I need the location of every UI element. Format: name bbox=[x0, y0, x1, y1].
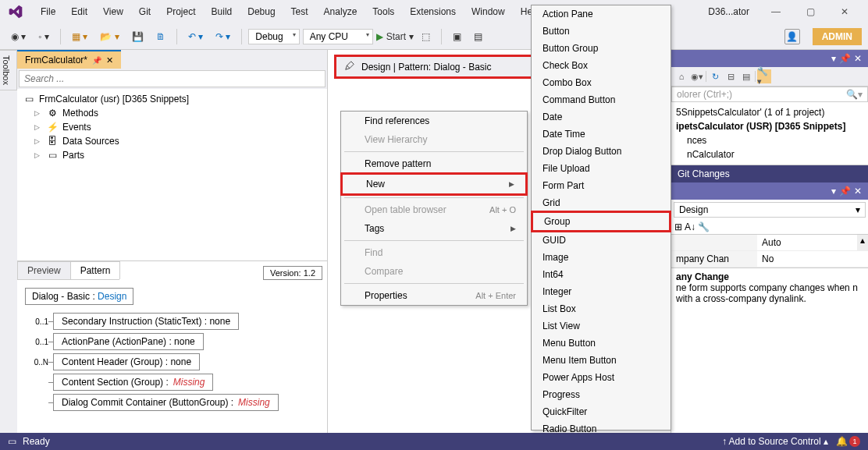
submenu-item-radio-button[interactable]: Radio Button bbox=[532, 420, 671, 438]
submenu-item-command-button[interactable]: Command Button bbox=[532, 91, 671, 108]
pin-icon[interactable]: 📌 bbox=[92, 56, 101, 65]
tree-root[interactable]: ▭ FrmCalculator (usr) [D365 Snippets] bbox=[17, 92, 327, 106]
undo-button[interactable]: ↶ ▾ bbox=[183, 29, 208, 44]
refresh-icon[interactable]: ↻ bbox=[708, 69, 722, 83]
submenu-item-button-group[interactable]: Button Group bbox=[532, 40, 671, 57]
show-all-icon[interactable]: ▤ bbox=[739, 69, 753, 83]
pattern-node[interactable]: Content Section (Group) :Missing bbox=[53, 374, 213, 391]
wrench-icon[interactable]: 🔧 bbox=[698, 221, 710, 232]
git-changes-header[interactable]: Git Changes bbox=[671, 165, 868, 182]
platform-dropdown[interactable]: Any CPU bbox=[303, 29, 373, 44]
panel-close-icon[interactable]: ✕ bbox=[854, 186, 862, 197]
ctx-properties[interactable]: PropertiesAlt + Enter bbox=[341, 286, 527, 305]
panel-pin-icon[interactable]: 📌 bbox=[839, 53, 851, 64]
pattern-node[interactable]: ActionPane (ActionPane) : none bbox=[53, 333, 204, 350]
expander-icon[interactable]: ▷ bbox=[34, 109, 42, 117]
ctx-remove-pattern[interactable]: Remove pattern bbox=[341, 154, 527, 173]
start-button[interactable]: ▶Start ▾ bbox=[376, 31, 414, 42]
submenu-item-integer[interactable]: Integer bbox=[532, 283, 671, 300]
submenu-item-button[interactable]: Button bbox=[532, 23, 671, 40]
properties-object-dropdown[interactable]: Design▾ bbox=[674, 202, 866, 218]
menu-tools[interactable]: Tools bbox=[365, 3, 402, 20]
config-dropdown[interactable]: Debug bbox=[248, 29, 299, 44]
submenu-item-list-box[interactable]: List Box bbox=[532, 300, 671, 317]
submenu-item-file-upload[interactable]: File Upload bbox=[532, 160, 671, 177]
new-project-button[interactable]: ▦ ▾ bbox=[67, 29, 92, 44]
pattern-node[interactable]: Content Header (Group) : none bbox=[53, 353, 200, 370]
submenu-item-date-time[interactable]: Date Time bbox=[532, 126, 671, 143]
solution-row[interactable]: ipetsCalculator (USR) [D365 Snippets] bbox=[676, 119, 863, 133]
submenu-item-combo-box[interactable]: Combo Box bbox=[532, 74, 671, 91]
panel-close-icon[interactable]: ✕ bbox=[854, 53, 862, 64]
menu-analyze[interactable]: Analyze bbox=[316, 3, 365, 20]
toggle-icon[interactable]: ◉▾ bbox=[690, 69, 704, 83]
menu-view[interactable]: View bbox=[95, 3, 131, 20]
collapse-icon[interactable]: ⊟ bbox=[724, 69, 738, 83]
close-button[interactable]: ✕ bbox=[829, 2, 860, 21]
menu-project[interactable]: Project bbox=[158, 3, 203, 20]
submenu-item-power-apps-host[interactable]: Power Apps Host bbox=[532, 369, 671, 386]
property-row[interactable]: mpany ChanNo bbox=[671, 251, 868, 268]
tool-extra-3[interactable]: ▤ bbox=[469, 29, 487, 44]
solution-row[interactable]: nCalculator bbox=[676, 147, 863, 161]
submenu-item-grid[interactable]: Grid bbox=[532, 194, 671, 211]
panel-dropdown-icon[interactable]: ▾ bbox=[831, 53, 836, 64]
menu-edit[interactable]: Edit bbox=[63, 3, 95, 20]
solution-row[interactable]: 5SnippetsCalculator' (1 of 1 project) bbox=[676, 105, 863, 119]
submenu-item-group[interactable]: Group bbox=[531, 211, 671, 232]
notifications-button[interactable]: 🔔1 bbox=[836, 436, 860, 447]
submenu-item-guid[interactable]: GUID bbox=[532, 232, 671, 249]
ctx-new[interactable]: New▶ bbox=[340, 172, 528, 196]
redo-button[interactable]: ↷ ▾ bbox=[211, 29, 235, 44]
ctx-find-references[interactable]: Find references bbox=[341, 112, 527, 130]
submenu-item-form-part[interactable]: Form Part bbox=[532, 177, 671, 194]
tree-parts[interactable]: ▷▭Parts bbox=[17, 148, 327, 162]
tree-events[interactable]: ▷⚡Events bbox=[17, 120, 327, 134]
menu-file[interactable]: File bbox=[33, 3, 63, 20]
add-source-control-button[interactable]: ↑ Add to Source Control ▴ bbox=[722, 436, 828, 447]
maximize-button[interactable]: ▢ bbox=[795, 2, 826, 21]
menu-test[interactable]: Test bbox=[283, 3, 316, 20]
open-button[interactable]: 📂 ▾ bbox=[95, 29, 123, 44]
submenu-item-quickfilter[interactable]: QuickFilter bbox=[532, 403, 671, 420]
nav-back-button[interactable]: ◉ ▾ bbox=[6, 29, 30, 44]
save-button[interactable]: 💾 bbox=[127, 29, 148, 44]
menu-git[interactable]: Git bbox=[131, 3, 158, 20]
submenu-item-action-pane[interactable]: Action Pane bbox=[532, 5, 671, 23]
pattern-node[interactable]: Dialog Commit Container (ButtonGroup) :M… bbox=[53, 394, 279, 411]
submenu-item-menu-button[interactable]: Menu Button bbox=[532, 335, 671, 352]
expander-icon[interactable]: ▷ bbox=[34, 151, 42, 159]
ctx-tags[interactable]: Tags▶ bbox=[341, 219, 527, 238]
submenu-item-check-box[interactable]: Check Box bbox=[532, 57, 671, 74]
account-icon[interactable]: 👤 bbox=[784, 29, 800, 44]
sort-icon[interactable]: A↓ bbox=[685, 221, 695, 232]
search-input[interactable] bbox=[19, 70, 326, 87]
submenu-item-date[interactable]: Date bbox=[532, 108, 671, 126]
categorize-icon[interactable]: ⊞ bbox=[674, 221, 682, 232]
minimize-button[interactable]: — bbox=[760, 2, 792, 21]
property-row[interactable]: Auto▴ bbox=[671, 235, 868, 251]
menu-extensions[interactable]: Extensions bbox=[402, 3, 464, 20]
tree-methods[interactable]: ▷⚙Methods bbox=[17, 106, 327, 120]
submenu-item-image[interactable]: Image bbox=[532, 249, 671, 266]
output-icon[interactable]: ▭ bbox=[8, 436, 16, 447]
tab-preview[interactable]: Preview bbox=[17, 261, 71, 279]
panel-pin-icon[interactable]: 📌 bbox=[839, 186, 851, 197]
toolbox-tab[interactable]: Toolbox bbox=[0, 50, 17, 90]
home-icon[interactable]: ⌂ bbox=[674, 69, 688, 83]
solution-search-input[interactable]: olorer (Ctrl+;) 🔍▾ bbox=[671, 87, 868, 102]
submenu-item-drop-dialog-button[interactable]: Drop Dialog Button bbox=[532, 143, 671, 160]
submenu-item-list-view[interactable]: List View bbox=[532, 317, 671, 335]
submenu-item-progress[interactable]: Progress bbox=[532, 386, 671, 403]
menu-debug[interactable]: Debug bbox=[240, 3, 283, 20]
panel-dropdown-icon[interactable]: ▾ bbox=[831, 186, 836, 197]
menu-window[interactable]: Window bbox=[464, 3, 513, 20]
nav-fwd-button[interactable]: ◦ ▾ bbox=[34, 29, 54, 44]
menu-build[interactable]: Build bbox=[204, 3, 240, 20]
tool-extra-2[interactable]: ▣ bbox=[448, 29, 466, 44]
submenu-item-int64[interactable]: Int64 bbox=[532, 266, 671, 283]
expander-icon[interactable]: ▷ bbox=[34, 123, 42, 131]
tab-pattern[interactable]: Pattern bbox=[70, 261, 121, 279]
solution-row[interactable]: nces bbox=[676, 133, 863, 147]
tool-extra-1[interactable]: ⬚ bbox=[417, 29, 435, 44]
